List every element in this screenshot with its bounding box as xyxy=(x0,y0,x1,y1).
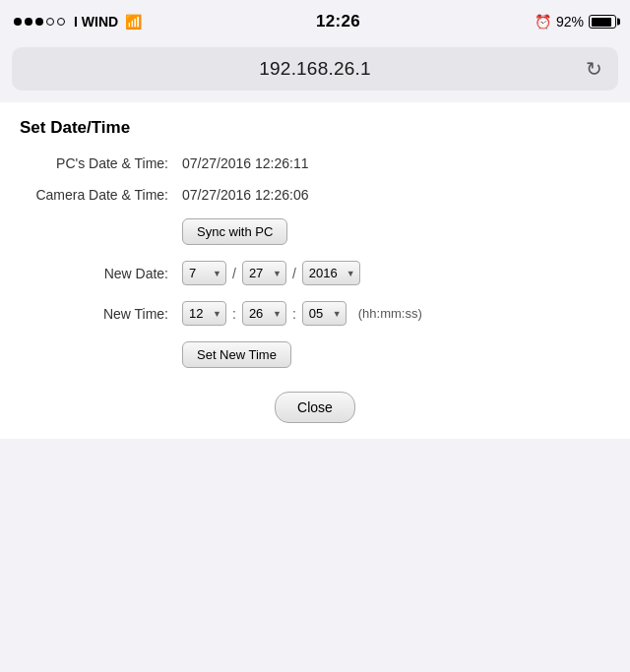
pc-datetime-label: PC's Date & Time: xyxy=(20,155,182,171)
date-sep-1: / xyxy=(230,266,238,281)
month-select[interactable]: 7 1234 5689 101112 xyxy=(182,261,226,285)
year-select[interactable]: 2016 201520172018 xyxy=(302,261,360,285)
day-select[interactable]: 27 12345 678910 1112131415 1617181920 21… xyxy=(242,261,286,285)
new-time-row: New Time: 12 01234 56789 1011131415 1617… xyxy=(20,301,610,326)
camera-datetime-label: Camera Date & Time: xyxy=(20,187,182,203)
new-time-label: New Time: xyxy=(20,306,182,322)
sec-select-wrapper: 05 0001020304 0607080910 1112131415 1617… xyxy=(302,301,346,326)
url-display[interactable]: 192.168.26.1 xyxy=(259,58,370,80)
camera-datetime-row: Camera Date & Time: 07/27/2016 12:26:06 xyxy=(20,187,610,203)
time-format-label: (hh:mm:ss) xyxy=(358,306,422,321)
pc-datetime-row: PC's Date & Time: 07/27/2016 12:26:11 xyxy=(20,155,610,171)
time-sep-2: : xyxy=(290,306,298,322)
signal-dots xyxy=(14,18,65,26)
camera-datetime-value: 07/27/2016 12:26:06 xyxy=(182,187,308,203)
signal-dot-5 xyxy=(57,18,65,26)
carrier-label: I WIND xyxy=(74,14,118,30)
sync-row: Sync with PC xyxy=(20,218,610,245)
pc-datetime-value: 07/27/2016 12:26:11 xyxy=(182,155,308,171)
min-select-wrapper: 26 01234 56789 1011121314 1516171819 202… xyxy=(242,301,286,326)
month-select-wrapper: 7 1234 5689 101112 xyxy=(182,261,226,285)
time-sep-1: : xyxy=(230,306,238,322)
signal-dot-4 xyxy=(46,18,54,26)
battery-fill xyxy=(592,18,612,27)
status-left: I WIND 📶 xyxy=(14,14,142,30)
status-bar: I WIND 📶 12:26 ⏰ 92% xyxy=(0,0,630,43)
close-button[interactable]: Close xyxy=(275,392,355,423)
address-bar: 192.168.26.1 ↻ xyxy=(12,47,618,91)
content-area: Set Date/Time PC's Date & Time: 07/27/20… xyxy=(0,102,630,439)
page-title: Set Date/Time xyxy=(20,118,610,138)
second-select[interactable]: 05 0001020304 0607080910 1112131415 1617… xyxy=(302,301,346,326)
signal-dot-3 xyxy=(35,18,43,26)
time-selectors: 12 01234 56789 1011131415 1617181920 212… xyxy=(182,301,422,326)
battery-body xyxy=(589,15,616,29)
battery-icon xyxy=(589,15,616,29)
minute-select[interactable]: 26 01234 56789 1011121314 1516171819 202… xyxy=(242,301,286,326)
hour-select-wrapper: 12 01234 56789 1011131415 1617181920 212… xyxy=(182,301,226,326)
status-time: 12:26 xyxy=(316,12,360,31)
signal-dot-2 xyxy=(25,18,32,26)
hour-select[interactable]: 12 01234 56789 1011131415 1617181920 212… xyxy=(182,301,226,326)
signal-dot-1 xyxy=(14,18,22,26)
alarm-icon: ⏰ xyxy=(535,14,551,30)
date-sep-2: / xyxy=(290,266,298,281)
battery-percent: 92% xyxy=(556,14,584,30)
date-selectors: 7 1234 5689 101112 / 27 12345 678910 111… xyxy=(182,261,360,285)
new-date-row: New Date: 7 1234 5689 101112 / 27 12345 … xyxy=(20,261,610,285)
wifi-icon: 📶 xyxy=(125,14,142,30)
status-right: ⏰ 92% xyxy=(535,14,616,30)
set-new-time-button[interactable]: Set New Time xyxy=(182,341,291,368)
set-time-row: Set New Time xyxy=(20,341,610,368)
new-date-label: New Date: xyxy=(20,266,182,281)
close-row: Close xyxy=(20,392,610,423)
refresh-button[interactable]: ↻ xyxy=(582,53,606,85)
year-select-wrapper: 2016 201520172018 xyxy=(302,261,360,285)
day-select-wrapper: 27 12345 678910 1112131415 1617181920 21… xyxy=(242,261,286,285)
sync-with-pc-button[interactable]: Sync with PC xyxy=(182,218,287,245)
